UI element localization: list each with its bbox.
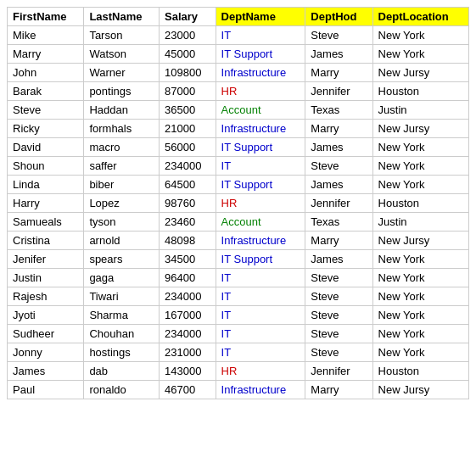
cell-4: Steve <box>305 157 372 176</box>
cell-2: 56000 <box>160 138 216 157</box>
employee-table: FirstNameLastNameSalaryDeptNameDeptHodDe… <box>7 7 469 399</box>
cell-5: New York <box>372 45 468 64</box>
cell-1: arnold <box>84 232 160 250</box>
cell-0: Mike <box>8 26 84 45</box>
cell-4: James <box>305 45 372 64</box>
cell-3: IT <box>216 287 305 306</box>
column-header-deptname: DeptName <box>216 8 305 26</box>
cell-1: Sharma <box>84 306 160 325</box>
cell-5: Houston <box>372 82 468 101</box>
cell-4: Steve <box>305 287 372 306</box>
cell-1: gaga <box>84 269 160 287</box>
cell-5: New York <box>372 269 468 287</box>
cell-5: Justin <box>372 213 468 232</box>
cell-1: biber <box>84 176 160 194</box>
cell-2: 64500 <box>160 176 216 194</box>
cell-2: 23460 <box>160 213 216 232</box>
cell-0: Sudheer <box>8 325 84 343</box>
cell-0: Paul <box>8 381 84 399</box>
cell-0: Rajesh <box>8 287 84 306</box>
cell-5: New York <box>372 176 468 194</box>
table-row: Barakpontings87000HRJenniferHouston <box>8 82 469 101</box>
cell-4: Jennifer <box>305 362 372 381</box>
cell-0: Samueals <box>8 213 84 232</box>
cell-5: New York <box>372 325 468 343</box>
cell-2: 98760 <box>160 194 216 213</box>
cell-2: 45000 <box>160 45 216 64</box>
cell-5: New Jursy <box>372 64 468 82</box>
cell-2: 48098 <box>160 232 216 250</box>
cell-1: spears <box>84 250 160 269</box>
cell-4: Texas <box>305 213 372 232</box>
column-header-deptlocation: DeptLocation <box>372 8 468 26</box>
cell-1: macro <box>84 138 160 157</box>
column-header-salary: Salary <box>160 8 216 26</box>
table-row: Cristinaarnold48098InfrastructureMarryNe… <box>8 232 469 250</box>
cell-1: Warner <box>84 64 160 82</box>
cell-4: Marry <box>305 381 372 399</box>
table-row: RajeshTiwari234000ITSteveNew York <box>8 287 469 306</box>
table-row: Shounsaffer234000ITSteveNew York <box>8 157 469 176</box>
cell-1: Haddan <box>84 101 160 120</box>
cell-3: IT <box>216 306 305 325</box>
cell-1: ronaldo <box>84 381 160 399</box>
cell-1: tyson <box>84 213 160 232</box>
cell-4: James <box>305 138 372 157</box>
table-row: JohnWarner109800InfrastructureMarryNew J… <box>8 64 469 82</box>
cell-2: 231000 <box>160 343 216 362</box>
cell-0: Steve <box>8 101 84 120</box>
cell-2: 87000 <box>160 82 216 101</box>
cell-0: John <box>8 64 84 82</box>
cell-4: Jennifer <box>305 82 372 101</box>
table-row: MikeTarson23000ITSteveNew York <box>8 26 469 45</box>
cell-0: Harry <box>8 194 84 213</box>
table-row: Paulronaldo46700InfrastructureMarryNew J… <box>8 381 469 399</box>
cell-4: Steve <box>305 325 372 343</box>
cell-3: HR <box>216 362 305 381</box>
table-row: Rickyformhals21000InfrastructureMarryNew… <box>8 120 469 138</box>
cell-5: New Jursy <box>372 120 468 138</box>
cell-0: Barak <box>8 82 84 101</box>
cell-4: Steve <box>305 306 372 325</box>
cell-4: James <box>305 176 372 194</box>
table-row: SudheerChouhan234000ITSteveNew York <box>8 325 469 343</box>
cell-4: Steve <box>305 26 372 45</box>
table-row: HarryLopez98760HRJenniferHouston <box>8 194 469 213</box>
cell-2: 96400 <box>160 269 216 287</box>
cell-2: 109800 <box>160 64 216 82</box>
cell-4: James <box>305 250 372 269</box>
cell-0: Shoun <box>8 157 84 176</box>
table-row: Justingaga96400ITSteveNew York <box>8 269 469 287</box>
cell-1: Tarson <box>84 26 160 45</box>
cell-1: pontings <box>84 82 160 101</box>
cell-5: Justin <box>372 101 468 120</box>
cell-0: Marry <box>8 45 84 64</box>
cell-2: 21000 <box>160 120 216 138</box>
cell-1: Watson <box>84 45 160 64</box>
cell-1: hostings <box>84 343 160 362</box>
cell-5: New York <box>372 138 468 157</box>
cell-5: Houston <box>372 194 468 213</box>
cell-2: 234000 <box>160 287 216 306</box>
cell-3: IT Support <box>216 176 305 194</box>
cell-3: Account <box>216 213 305 232</box>
cell-3: IT Support <box>216 250 305 269</box>
table-row: Lindabiber64500IT SupportJamesNew York <box>8 176 469 194</box>
cell-4: Steve <box>305 269 372 287</box>
cell-3: IT Support <box>216 138 305 157</box>
cell-3: IT <box>216 343 305 362</box>
cell-3: Infrastructure <box>216 381 305 399</box>
cell-3: HR <box>216 82 305 101</box>
cell-3: IT <box>216 157 305 176</box>
cell-1: Chouhan <box>84 325 160 343</box>
cell-2: 46700 <box>160 381 216 399</box>
cell-5: New York <box>372 306 468 325</box>
cell-0: Ricky <box>8 120 84 138</box>
cell-0: Linda <box>8 176 84 194</box>
table-row: Jonnyhostings231000ITSteveNew York <box>8 343 469 362</box>
cell-4: Texas <box>305 101 372 120</box>
cell-0: Justin <box>8 269 84 287</box>
cell-5: New York <box>372 26 468 45</box>
cell-5: New Jursy <box>372 232 468 250</box>
cell-3: Account <box>216 101 305 120</box>
